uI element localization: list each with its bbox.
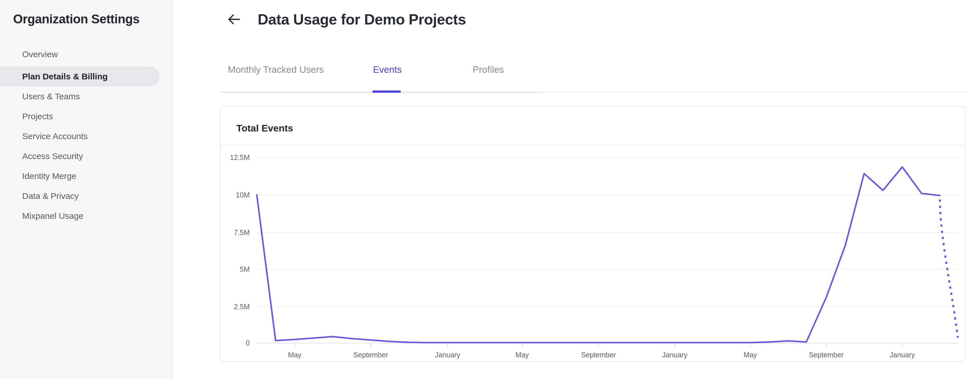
tab-events[interactable]: Events <box>373 64 402 75</box>
y-tick-label: 5M <box>240 265 250 273</box>
tab-profiles[interactable]: Profiles <box>473 64 504 75</box>
total-events-card: Total Events <box>220 106 965 362</box>
events-series-line <box>257 167 940 343</box>
x-tick-label: May <box>743 351 757 359</box>
x-tick-label: May <box>288 351 302 359</box>
x-tick-label: September <box>581 351 616 359</box>
events-line-chart: 12.5M 10M 7.5M 5M 2.5M 0 May September J… <box>221 145 965 362</box>
sidebar-item-identity-merge[interactable]: Identity Merge <box>0 166 173 186</box>
x-tick-label: January <box>662 351 687 359</box>
y-tick-label: 0 <box>246 339 250 347</box>
page-title: Data Usage for Demo Projects <box>258 11 466 28</box>
page: { "sidebar": { "title": "Organization Se… <box>0 0 980 379</box>
y-tick-label: 7.5M <box>234 228 250 236</box>
sidebar-item-users-teams[interactable]: Users & Teams <box>0 87 173 106</box>
sidebar-title: Organization Settings <box>13 12 140 26</box>
y-tick-label: 2.5M <box>234 303 250 311</box>
sidebar-item-access-security[interactable]: Access Security <box>0 146 173 166</box>
x-axis <box>256 343 959 348</box>
x-axis-labels: May September January May September Janu… <box>288 351 915 359</box>
sidebar-item-data-privacy[interactable]: Data & Privacy <box>0 186 173 206</box>
back-button[interactable] <box>226 12 241 27</box>
x-tick-label: September <box>809 351 844 359</box>
tab-monthly-tracked-users[interactable]: Monthly Tracked Users <box>228 64 324 75</box>
y-tick-label: 12.5M <box>230 153 250 161</box>
sidebar-item-service-accounts[interactable]: Service Accounts <box>0 126 173 146</box>
x-tick-label: May <box>515 351 529 359</box>
sidebar-item-overview[interactable]: Overview <box>0 44 173 64</box>
sidebar: Organization Settings Overview Plan Deta… <box>0 0 173 379</box>
sidebar-nav: Overview Plan Details & Billing Users & … <box>0 44 173 226</box>
left-arrow-icon <box>226 12 241 27</box>
x-tick-label: January <box>435 351 460 359</box>
y-tick-label: 10M <box>236 191 250 199</box>
active-tab-indicator <box>372 90 401 93</box>
sidebar-item-mixpanel-usage[interactable]: Mixpanel Usage <box>0 206 173 226</box>
x-tick-label: January <box>890 351 915 359</box>
gridlines <box>256 157 959 307</box>
chart-canvas: 12.5M 10M 7.5M 5M 2.5M 0 May September J… <box>221 145 965 362</box>
sidebar-item-projects[interactable]: Projects <box>0 106 173 126</box>
events-projection-dotted-line <box>940 200 958 338</box>
chart-title: Total Events <box>236 123 293 134</box>
sidebar-item-plan-details-billing[interactable]: Plan Details & Billing <box>0 67 159 87</box>
y-axis-labels: 12.5M 10M 7.5M 5M 2.5M 0 <box>230 153 250 347</box>
x-tick-label: September <box>353 351 388 359</box>
